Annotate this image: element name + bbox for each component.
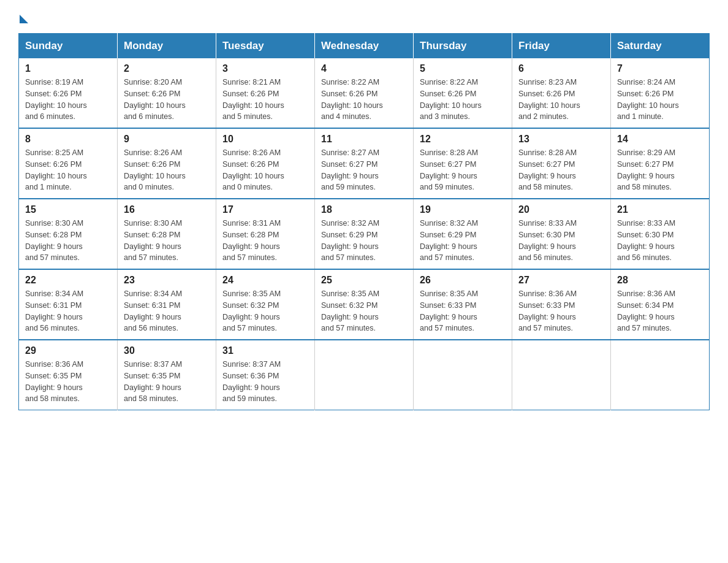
day-number: 30: [124, 345, 210, 356]
day-info: Sunrise: 8:22 AM Sunset: 6:26 PM Dayligh…: [321, 77, 407, 123]
calendar-day-cell: 10Sunrise: 8:26 AM Sunset: 6:26 PM Dayli…: [216, 128, 315, 199]
day-info: Sunrise: 8:37 AM Sunset: 6:36 PM Dayligh…: [222, 359, 308, 405]
day-number: 17: [222, 204, 308, 215]
calendar-day-cell: [414, 340, 512, 410]
calendar-day-cell: 21Sunrise: 8:33 AM Sunset: 6:30 PM Dayli…: [611, 199, 710, 269]
day-number: 8: [25, 134, 111, 145]
calendar-day-cell: 13Sunrise: 8:28 AM Sunset: 6:27 PM Dayli…: [512, 128, 611, 199]
calendar-day-cell: 15Sunrise: 8:30 AM Sunset: 6:28 PM Dayli…: [19, 199, 118, 269]
calendar-week-row: 8Sunrise: 8:25 AM Sunset: 6:26 PM Daylig…: [19, 128, 710, 199]
calendar-day-cell: [315, 340, 414, 410]
day-number: 2: [124, 63, 210, 74]
day-number: 14: [617, 134, 703, 145]
calendar-day-cell: [512, 340, 611, 410]
day-number: 26: [420, 275, 506, 286]
day-info: Sunrise: 8:30 AM Sunset: 6:28 PM Dayligh…: [25, 218, 111, 264]
calendar-day-cell: 25Sunrise: 8:35 AM Sunset: 6:32 PM Dayli…: [315, 269, 414, 340]
day-number: 22: [25, 275, 111, 286]
calendar-day-cell: 26Sunrise: 8:35 AM Sunset: 6:33 PM Dayli…: [414, 269, 512, 340]
day-number: 24: [222, 275, 308, 286]
calendar-day-cell: 2Sunrise: 8:20 AM Sunset: 6:26 PM Daylig…: [118, 58, 216, 128]
day-info: Sunrise: 8:35 AM Sunset: 6:32 PM Dayligh…: [321, 288, 407, 334]
day-info: Sunrise: 8:29 AM Sunset: 6:27 PM Dayligh…: [617, 147, 703, 193]
day-number: 4: [321, 63, 407, 74]
calendar-day-cell: 23Sunrise: 8:34 AM Sunset: 6:31 PM Dayli…: [118, 269, 216, 340]
calendar-day-cell: 24Sunrise: 8:35 AM Sunset: 6:32 PM Dayli…: [216, 269, 315, 340]
calendar-table: SundayMondayTuesdayWednesdayThursdayFrid…: [18, 33, 710, 410]
day-info: Sunrise: 8:36 AM Sunset: 6:35 PM Dayligh…: [25, 359, 111, 405]
day-info: Sunrise: 8:32 AM Sunset: 6:29 PM Dayligh…: [420, 218, 506, 264]
day-number: 19: [420, 204, 506, 215]
day-info: Sunrise: 8:31 AM Sunset: 6:28 PM Dayligh…: [222, 218, 308, 264]
day-info: Sunrise: 8:23 AM Sunset: 6:26 PM Dayligh…: [518, 77, 604, 123]
day-info: Sunrise: 8:28 AM Sunset: 6:27 PM Dayligh…: [420, 147, 506, 193]
calendar-day-cell: 17Sunrise: 8:31 AM Sunset: 6:28 PM Dayli…: [216, 199, 315, 269]
calendar-day-cell: 30Sunrise: 8:37 AM Sunset: 6:35 PM Dayli…: [118, 340, 216, 410]
page-header: [18, 12, 710, 21]
calendar-day-cell: 1Sunrise: 8:19 AM Sunset: 6:26 PM Daylig…: [19, 58, 118, 128]
day-number: 15: [25, 204, 111, 215]
day-info: Sunrise: 8:35 AM Sunset: 6:33 PM Dayligh…: [420, 288, 506, 334]
day-info: Sunrise: 8:34 AM Sunset: 6:31 PM Dayligh…: [25, 288, 111, 334]
day-info: Sunrise: 8:21 AM Sunset: 6:26 PM Dayligh…: [222, 77, 308, 123]
calendar-day-cell: [611, 340, 710, 410]
calendar-day-cell: 16Sunrise: 8:30 AM Sunset: 6:28 PM Dayli…: [118, 199, 216, 269]
day-number: 13: [518, 134, 604, 145]
day-number: 5: [420, 63, 506, 74]
day-number: 9: [124, 134, 210, 145]
day-number: 27: [518, 275, 604, 286]
day-info: Sunrise: 8:36 AM Sunset: 6:34 PM Dayligh…: [617, 288, 703, 334]
day-number: 3: [222, 63, 308, 74]
day-info: Sunrise: 8:34 AM Sunset: 6:31 PM Dayligh…: [124, 288, 210, 334]
calendar-day-cell: 20Sunrise: 8:33 AM Sunset: 6:30 PM Dayli…: [512, 199, 611, 269]
calendar-week-row: 15Sunrise: 8:30 AM Sunset: 6:28 PM Dayli…: [19, 199, 710, 269]
calendar-day-cell: 27Sunrise: 8:36 AM Sunset: 6:33 PM Dayli…: [512, 269, 611, 340]
day-number: 6: [518, 63, 604, 74]
day-number: 11: [321, 134, 407, 145]
day-number: 31: [222, 345, 308, 356]
day-info: Sunrise: 8:36 AM Sunset: 6:33 PM Dayligh…: [518, 288, 604, 334]
calendar-day-cell: 18Sunrise: 8:32 AM Sunset: 6:29 PM Dayli…: [315, 199, 414, 269]
day-number: 21: [617, 204, 703, 215]
day-number: 7: [617, 63, 703, 74]
day-number: 16: [124, 204, 210, 215]
day-number: 29: [25, 345, 111, 356]
day-info: Sunrise: 8:27 AM Sunset: 6:27 PM Dayligh…: [321, 147, 407, 193]
calendar-week-row: 29Sunrise: 8:36 AM Sunset: 6:35 PM Dayli…: [19, 340, 710, 410]
day-number: 1: [25, 63, 111, 74]
calendar-week-row: 1Sunrise: 8:19 AM Sunset: 6:26 PM Daylig…: [19, 58, 710, 128]
calendar-day-cell: 6Sunrise: 8:23 AM Sunset: 6:26 PM Daylig…: [512, 58, 611, 128]
calendar-day-cell: 19Sunrise: 8:32 AM Sunset: 6:29 PM Dayli…: [414, 199, 512, 269]
day-info: Sunrise: 8:33 AM Sunset: 6:30 PM Dayligh…: [617, 218, 703, 264]
logo: [18, 12, 28, 21]
day-info: Sunrise: 8:26 AM Sunset: 6:26 PM Dayligh…: [222, 147, 308, 193]
day-number: 12: [420, 134, 506, 145]
day-number: 20: [518, 204, 604, 215]
day-of-week-header: Tuesday: [216, 34, 315, 59]
day-of-week-header: Friday: [512, 34, 611, 59]
calendar-day-cell: 7Sunrise: 8:24 AM Sunset: 6:26 PM Daylig…: [611, 58, 710, 128]
calendar-day-cell: 4Sunrise: 8:22 AM Sunset: 6:26 PM Daylig…: [315, 58, 414, 128]
calendar-day-cell: 14Sunrise: 8:29 AM Sunset: 6:27 PM Dayli…: [611, 128, 710, 199]
calendar-day-cell: 29Sunrise: 8:36 AM Sunset: 6:35 PM Dayli…: [19, 340, 118, 410]
day-info: Sunrise: 8:24 AM Sunset: 6:26 PM Dayligh…: [617, 77, 703, 123]
calendar-day-cell: 11Sunrise: 8:27 AM Sunset: 6:27 PM Dayli…: [315, 128, 414, 199]
calendar-day-cell: 28Sunrise: 8:36 AM Sunset: 6:34 PM Dayli…: [611, 269, 710, 340]
day-info: Sunrise: 8:25 AM Sunset: 6:26 PM Dayligh…: [25, 147, 111, 193]
day-of-week-header: Thursday: [414, 34, 512, 59]
logo-arrow-icon: [20, 15, 28, 23]
calendar-day-cell: 9Sunrise: 8:26 AM Sunset: 6:26 PM Daylig…: [118, 128, 216, 199]
calendar-day-cell: 12Sunrise: 8:28 AM Sunset: 6:27 PM Dayli…: [414, 128, 512, 199]
day-info: Sunrise: 8:33 AM Sunset: 6:30 PM Dayligh…: [518, 218, 604, 264]
calendar-day-cell: 31Sunrise: 8:37 AM Sunset: 6:36 PM Dayli…: [216, 340, 315, 410]
day-info: Sunrise: 8:26 AM Sunset: 6:26 PM Dayligh…: [124, 147, 210, 193]
day-info: Sunrise: 8:22 AM Sunset: 6:26 PM Dayligh…: [420, 77, 506, 123]
calendar-day-cell: 8Sunrise: 8:25 AM Sunset: 6:26 PM Daylig…: [19, 128, 118, 199]
day-info: Sunrise: 8:19 AM Sunset: 6:26 PM Dayligh…: [25, 77, 111, 123]
day-of-week-header: Saturday: [611, 34, 710, 59]
calendar-day-cell: 5Sunrise: 8:22 AM Sunset: 6:26 PM Daylig…: [414, 58, 512, 128]
day-info: Sunrise: 8:32 AM Sunset: 6:29 PM Dayligh…: [321, 218, 407, 264]
calendar-day-cell: 3Sunrise: 8:21 AM Sunset: 6:26 PM Daylig…: [216, 58, 315, 128]
day-number: 18: [321, 204, 407, 215]
day-number: 28: [617, 275, 703, 286]
